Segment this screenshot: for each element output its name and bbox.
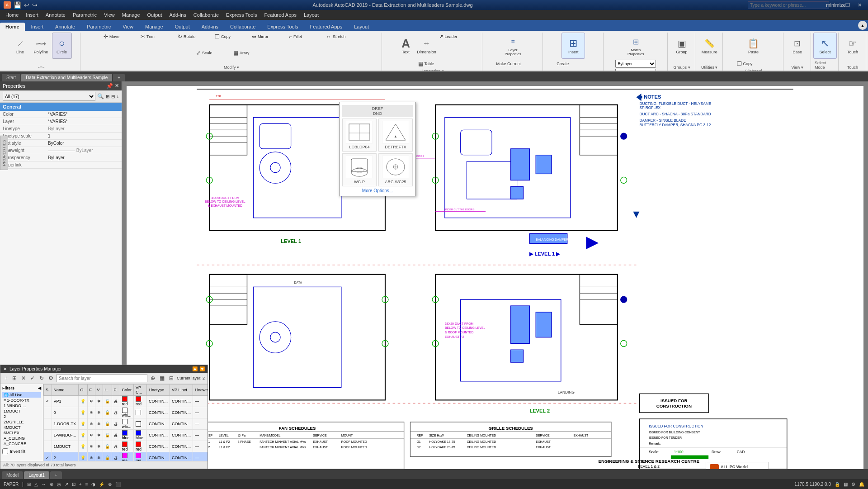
layout-tab-layout1[interactable]: Layout1 (24, 471, 49, 479)
stretch-button[interactable]: ↔ Stretch (325, 33, 361, 41)
touch-button[interactable]: ☞ Touch (841, 33, 864, 59)
statusbar-polar-icon[interactable]: ⊕ (50, 482, 53, 487)
layer-properties-button[interactable]: ≡ Layer Properties (501, 33, 525, 59)
layer-manager-close-icon[interactable]: ✕ (3, 366, 7, 371)
filter-1mduct[interactable]: 1MDUCT (2, 408, 41, 414)
color-dropdown[interactable]: ByLayer (615, 60, 656, 68)
tab-output[interactable]: Output (170, 23, 195, 31)
minimize-button[interactable]: minimize (831, 1, 841, 9)
clipboard-copy-button[interactable]: ❐ Copy (736, 60, 772, 68)
insert-button[interactable]: ⊞ Insert (561, 33, 585, 59)
menu-parametric[interactable]: Parametric (69, 11, 100, 19)
filters-collapse-icon[interactable]: ◀ (38, 386, 41, 390)
lm-status2-btn[interactable]: ▦ (158, 375, 166, 382)
tab-collaborate[interactable]: Collaborate (225, 23, 261, 31)
layout-tab-new[interactable]: + (50, 471, 62, 479)
restore-button[interactable]: ❐ (843, 1, 853, 9)
statusbar-qp-icon[interactable]: ⚡ (99, 482, 104, 487)
quick-access-redo[interactable]: ↪ (32, 1, 38, 9)
statusbar-snap-icon[interactable]: △ (34, 482, 38, 487)
layer-dropdown[interactable]: BYLAYER (615, 69, 656, 71)
filter-btn-1[interactable]: 🔍 (97, 93, 104, 100)
menu-view[interactable]: View (100, 11, 118, 19)
text-button[interactable]: A Text (396, 33, 416, 59)
tab-annotate[interactable]: Annotate (50, 23, 80, 31)
menu-layout[interactable]: Layout (300, 11, 322, 19)
ribbon-collapse[interactable]: ▲ (858, 21, 867, 30)
lm-status1-btn[interactable]: ⊕ (149, 375, 156, 382)
lm-status3-btn[interactable]: ⊟ (168, 375, 175, 382)
menu-collaborate[interactable]: Collaborate (190, 11, 222, 19)
table-button[interactable]: ▦ Table (417, 60, 448, 68)
tab-view[interactable]: View (117, 23, 139, 31)
tab-insert[interactable]: Insert (26, 23, 49, 31)
measure-button[interactable]: 📏 Measure (698, 33, 721, 59)
edit-block-button[interactable]: Edit (555, 69, 591, 71)
close-button[interactable]: ✕ (854, 1, 864, 9)
layer-row-2[interactable]: ✓ 2 💡 ❄ ❄ 🔓 🖨 ma... ma... CONTIN... CONT… (44, 452, 208, 461)
layer-table-wrapper[interactable]: S. Name O. F. V. L. P. Color VP C... Lin… (43, 384, 208, 461)
doc-tab-start[interactable]: Start (2, 74, 20, 81)
lm-expand-icon[interactable]: 🔽 (199, 366, 205, 371)
menu-manage[interactable]: Manage (118, 11, 144, 19)
tab-featured[interactable]: Featured Apps (305, 23, 348, 31)
col-lock[interactable]: L. (103, 385, 112, 396)
statusbar-ducs-icon[interactable]: ⊡ (72, 482, 75, 487)
col-plot[interactable]: P. (112, 385, 120, 396)
lm-delete-btn[interactable]: ✕ (20, 375, 27, 382)
quick-access-undo[interactable]: ↩ (24, 1, 29, 9)
col-vplinetype[interactable]: VP Linet... (170, 385, 193, 396)
statusbar-3d-icon[interactable]: ⬛ (115, 482, 121, 487)
scale-button[interactable]: ⤢ Scale (195, 49, 231, 57)
lm-collapse-icon[interactable]: 🔼 (192, 366, 198, 371)
group-button[interactable]: ▣ Group (670, 33, 693, 59)
lm-new-from-selection-btn[interactable]: ⊞ (11, 375, 18, 382)
menu-output[interactable]: Output (144, 11, 166, 19)
filter-a-concre[interactable]: A_CONCRE (2, 441, 41, 446)
create-block-button[interactable]: Create (555, 60, 591, 68)
statusbar-dyn-icon[interactable]: + (79, 482, 82, 487)
arc-button[interactable]: ⌒ Arc (31, 60, 51, 71)
col-name[interactable]: Name (52, 385, 78, 396)
col-linetype[interactable]: Linetype (147, 385, 170, 396)
quick-access-save[interactable]: 💾 (14, 1, 21, 9)
tab-home[interactable]: Home (0, 23, 25, 31)
layer-row-0[interactable]: 0 💡 ❄ ❄ 🔓 🖨 whi... CONTIN... CONTIN... —… (44, 407, 208, 418)
col-freeze[interactable]: F. (87, 385, 95, 396)
tab-parametric[interactable]: Parametric (81, 23, 116, 31)
menu-insert[interactable]: Insert (22, 11, 42, 19)
more-options-link[interactable]: More Options... (342, 188, 413, 193)
statusbar-otrack-icon[interactable]: ↗ (65, 482, 68, 487)
filter-btn-3[interactable]: ⊟ (111, 94, 115, 99)
filter-1-windo[interactable]: 1-WINDO-... (2, 403, 41, 408)
block-wcp[interactable]: WC-P (342, 153, 377, 186)
statusbar-anno-icon[interactable]: ▦ (844, 482, 848, 487)
match-properties-button[interactable]: ⊞ Match Properties (624, 33, 647, 59)
statusbar-notify-icon[interactable]: 🔔 (859, 482, 864, 487)
menu-home[interactable]: Home (2, 11, 22, 19)
doc-tab-drawing[interactable]: Data Extraction and Multileaders Sample (21, 74, 112, 81)
col-status[interactable]: S. (44, 385, 52, 396)
leader-button[interactable]: ↗ Leader (438, 33, 469, 41)
block-lcbldp04[interactable]: LCBLDP04 (342, 119, 377, 152)
match-layer-button[interactable]: Match Layer (495, 69, 531, 71)
polyline-button[interactable]: ⟿ Polyline (31, 33, 51, 59)
filter-4mduct[interactable]: 4MDUCT (2, 425, 41, 430)
circle-button[interactable]: ○ Circle (52, 33, 72, 59)
col-lineweight[interactable]: Lineweight (193, 385, 208, 396)
lm-refresh-btn[interactable]: ↻ (38, 375, 45, 382)
col-color[interactable]: Color (120, 385, 134, 396)
invert-filter-checkbox[interactable] (2, 448, 8, 454)
lm-new-layer-btn[interactable]: + (3, 375, 9, 382)
trim-button[interactable]: ✂ Trim (139, 33, 175, 41)
statusbar-osnap-icon[interactable]: ◎ (57, 482, 61, 487)
filter-6mflex[interactable]: 6MFLEX (2, 430, 41, 436)
filter-all-use[interactable]: 🌐 All Use... (2, 392, 41, 398)
layout-tab-model[interactable]: Model (2, 471, 23, 479)
paste-button[interactable]: 📋 Paste (742, 33, 765, 59)
statusbar-model-icon[interactable]: 🔒 (835, 482, 840, 487)
array-button[interactable]: ▦ Array (232, 49, 268, 57)
tab-layout[interactable]: Layout (349, 23, 374, 31)
statusbar-grid-icon[interactable]: ⊞ (27, 482, 31, 487)
lm-current-btn[interactable]: ✓ (29, 375, 36, 382)
